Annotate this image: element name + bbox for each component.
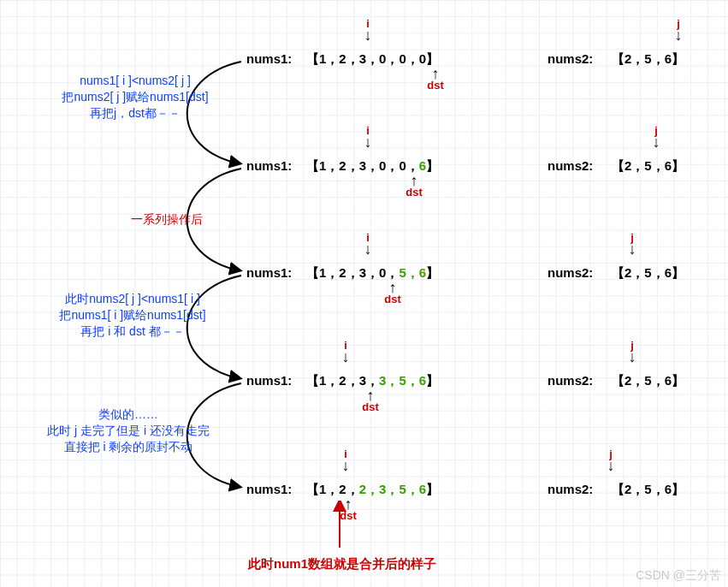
- pointer-j: j↓: [602, 448, 619, 471]
- note-n1: nums1[ i ]<nums2[ j ] 把nums2[ j ]赋给nums1…: [41, 73, 229, 122]
- final-arrow: [329, 501, 355, 552]
- note-n3: 此时nums2[ j ]<nums1[ i ] 把nums1[ i ]赋给num…: [34, 291, 231, 340]
- watermark: CSDN @三分苦: [636, 568, 721, 584]
- pointer-i: i↓: [337, 448, 354, 471]
- note-n2: 一系列操作后: [107, 211, 227, 228]
- nums2-label: nums2:: [547, 482, 593, 496]
- note-n4: 类似的…… 此时 j 走完了但是 i 还没有走完 直接把 i 剩余的原封不动: [21, 406, 235, 455]
- nums2-array: 【2，5，6】: [612, 482, 684, 498]
- final-caption: 此时num1数组就是合并后的样子: [248, 556, 436, 572]
- nums1-label: nums1:: [246, 482, 292, 496]
- nums1-array: 【1，2，2，3，5，6】: [306, 482, 439, 498]
